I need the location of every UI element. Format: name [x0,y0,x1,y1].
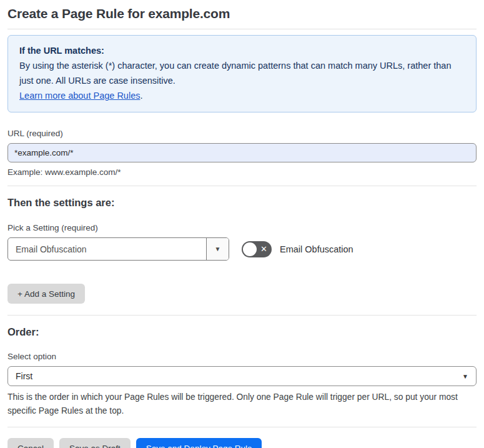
order-select-value: First [16,371,32,381]
add-setting-button[interactable]: + Add a Setting [7,284,85,304]
order-description: This is the order in which your Page Rul… [7,391,473,418]
settings-section-heading: Then the settings are: [7,197,477,209]
select-arrow-icon: ▼ [462,373,468,380]
url-section-divider [7,186,477,186]
info-box-link-line: Learn more about Page Rules. [19,88,465,103]
page-title: Create a Page Rule for example.com [7,6,477,21]
setting-picker-dropdown[interactable]: Email Obfuscation ▼ [7,237,229,261]
url-example-helper: Example: www.example.com/* [7,167,477,177]
title-divider [7,29,477,29]
order-select[interactable]: First ▼ [7,366,477,386]
toggle-knob [243,242,257,256]
pick-setting-label: Pick a Setting (required) [7,223,477,232]
url-field-label: URL (required) [7,129,477,138]
link-suffix: . [140,91,142,101]
url-field-section: URL (required) Example: www.example.com/… [7,129,477,177]
learn-more-link[interactable]: Learn more about Page Rules [19,91,140,101]
cancel-button[interactable]: Cancel [7,438,54,448]
url-input[interactable] [7,143,477,162]
toggle-label: Email Obfuscation [280,244,353,254]
url-matches-info-box: If the URL matches: By using the asteris… [7,35,477,112]
footer-actions: Cancel Save as Draft Save and Deploy Pag… [7,438,477,448]
chevron-down-icon[interactable]: ▼ [206,238,229,260]
order-select-label: Select option [7,352,477,361]
save-and-deploy-button[interactable]: Save and Deploy Page Rule [136,438,262,448]
info-box-heading: If the URL matches: [19,43,465,58]
settings-section-divider [7,315,477,316]
save-as-draft-button[interactable]: Save as Draft [59,438,131,448]
email-obfuscation-toggle-group: ✕ Email Obfuscation [242,241,353,257]
setting-picker-value: Email Obfuscation [8,238,206,260]
create-page-rule-form: Create a Page Rule for example.com If th… [0,0,484,448]
info-box-body: By using the asterisk (*) character, you… [19,58,465,88]
setting-row: Email Obfuscation ▼ ✕ Email Obfuscation [7,237,477,261]
order-section-heading: Order: [7,326,477,338]
toggle-off-x-icon: ✕ [260,241,267,257]
footer-divider [7,427,477,427]
email-obfuscation-toggle[interactable]: ✕ [242,241,272,257]
